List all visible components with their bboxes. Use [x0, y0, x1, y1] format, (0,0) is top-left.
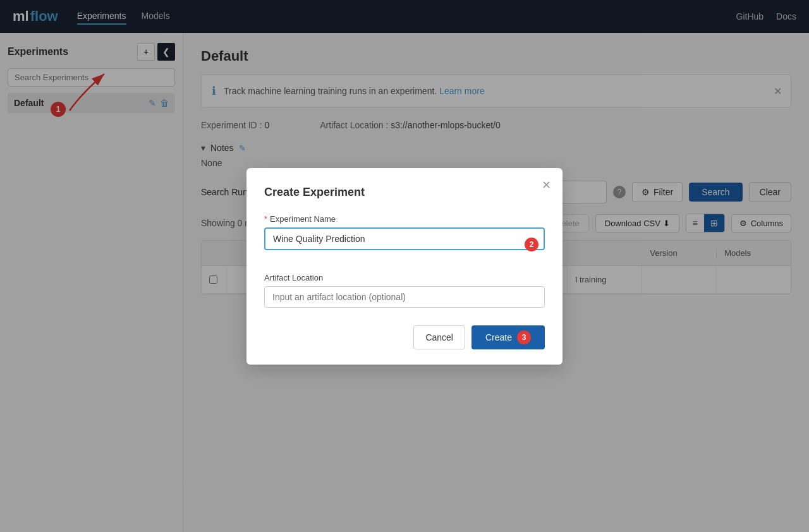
step-badge-3: 3	[517, 330, 531, 344]
artifact-location-label: Artifact Location	[264, 273, 545, 282]
experiment-name-input[interactable]	[264, 227, 545, 250]
required-star: *	[264, 214, 267, 224]
step-badge-2: 2	[525, 238, 538, 251]
cancel-button[interactable]: Cancel	[413, 325, 465, 349]
dialog-close-button[interactable]: ✕	[542, 178, 551, 192]
artifact-location-input[interactable]	[264, 286, 545, 308]
dialog-title: Create Experiment	[264, 186, 545, 199]
experiment-name-label: * Experiment Name	[264, 214, 545, 224]
dialog-overlay: Create Experiment ✕ * Experiment Name 2 …	[0, 0, 809, 532]
create-button[interactable]: Create 3	[471, 325, 545, 349]
create-experiment-dialog: Create Experiment ✕ * Experiment Name 2 …	[246, 168, 563, 365]
dialog-footer: Cancel Create 3	[264, 325, 545, 349]
